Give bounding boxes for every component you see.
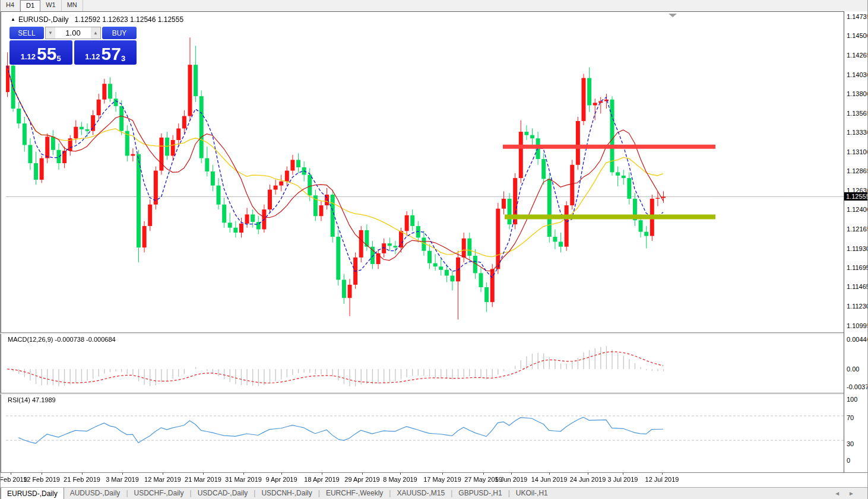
price-axis-label: 1.10995 [847,322,868,329]
date-tick [11,473,11,475]
ohlc-readout: 1.12592 1.12623 1.12546 1.12555 [75,15,184,24]
date-tick [549,473,550,475]
sell-button[interactable]: SELL [9,27,44,39]
macd-label: MACD(12,26,9) -0.000738 -0.000684 [8,336,116,343]
indicator-axis-label: 0.004465 [847,336,868,343]
chart-tab-usdcad-daily[interactable]: USDCAD-,Daily [192,488,254,499]
chart-tab-usdchf-daily[interactable]: USDCHF-,Daily [128,488,190,499]
chart-title: ▲EURUSD-,Daily1.12592 1.12623 1.12546 1.… [11,15,183,24]
date-axis-label: 9 Apr 2019 [265,476,297,483]
rsi-label: RSI(14) 47.1989 [8,396,56,403]
date-tick [442,473,443,475]
date-axis-label: 5 Jun 2019 [495,476,527,483]
price-axis-label: 1.13800 [847,90,868,97]
date-axis-label: 12 Jul 2019 [645,476,679,483]
macd-pane[interactable]: MACD(12,26,9) -0.000738 -0.000684 [1,334,844,393]
tab-scroll-arrows[interactable]: ◄► [834,490,863,497]
price-axis-label: 1.12865 [847,167,868,174]
buy-price-sup: 3 [121,55,125,63]
date-tick [42,473,42,475]
chart-tab-xauusd-m15[interactable]: XAUUSD-,M15 [391,488,451,499]
price-axis-label: 1.14030 [847,71,868,78]
date-tick [281,473,282,475]
tab-scroll-left-icon[interactable]: ◄ [834,490,848,497]
date-tick [400,473,401,475]
price-axis-label: 1.11230 [847,303,868,310]
rsi-canvas [6,395,844,472]
timeframe-button-d1[interactable]: D1 [20,0,40,11]
chart-tab-usdcnh-daily[interactable]: USDCNH-,Daily [255,488,318,499]
rsi-pane[interactable]: RSI(14) 47.1989 [1,395,844,472]
price-axis-label: 1.14265 [847,52,868,59]
date-axis-label: 18 Apr 2019 [304,476,339,483]
date-axis[interactable]: 3 Feb 201912 Feb 201921 Feb 20193 Mar 20… [1,472,868,488]
date-axis-label: 29 Apr 2019 [344,476,379,483]
date-tick [588,473,588,475]
date-tick [623,473,623,475]
one-click-trading-widget: SELL ▼ 1.00 ▲ BUY 1.12555 1.12573 [9,27,137,65]
chart-tab-eurusd-daily[interactable]: EURUSD-,Daily [1,488,64,499]
price-axis[interactable]: 1.147351.145001.142651.140301.138001.135… [844,11,868,472]
timeframe-toolbar: H4D1W1MN [1,0,868,12]
timeframe-button-h4[interactable]: H4 [1,0,20,11]
price-axis-label: 1.11465 [847,283,868,290]
indicator-axis-label: 70 [847,414,854,421]
indicator-axis-label: 0 [847,457,850,464]
date-tick [662,473,663,475]
price-axis-label: 1.12400 [847,206,868,213]
buy-button[interactable]: BUY [102,27,137,39]
chart-tab-bar: EURUSD-,DailyAUDUSD-,Daily|USDCHF-,Daily… [1,487,868,499]
indicator-axis-label: 0.00 [847,365,859,373]
chart-tab-audusd-daily[interactable]: AUDUSD-,Daily [64,488,126,499]
date-axis-label: 3 Jul 2019 [608,476,638,483]
date-tick [203,473,204,475]
indicator-axis-label: 100 [847,396,857,403]
date-axis-label: 21 Feb 2019 [64,476,100,483]
buy-price-big: 57 [102,45,121,63]
sell-price-box[interactable]: 1.12555 [9,40,72,65]
volume-spinner: ▼ 1.00 ▲ [45,27,101,39]
collapse-one-click-icon[interactable]: ▲ [11,17,15,22]
timeframe-button-mn[interactable]: MN [62,0,83,11]
macd-canvas [6,334,844,393]
date-tick [243,473,244,475]
date-axis-label: 21 Mar 2019 [185,476,221,483]
price-axis-label: 1.13330 [847,129,868,136]
price-axis-label: 1.14735 [847,13,868,20]
date-axis-label: 17 May 2019 [423,476,461,483]
price-axis-label: 1.12165 [847,225,868,233]
volume-input[interactable]: 1.00 [55,27,91,39]
date-tick [322,473,322,475]
sell-price-big: 55 [37,45,56,63]
sell-price-prefix: 1.12 [21,51,36,63]
current-price-tag: 1.12555 [844,192,868,201]
indicator-axis-label: 30 [847,440,854,447]
date-axis-label: 31 Mar 2019 [225,476,262,483]
volume-decrease-icon[interactable]: ▼ [46,27,55,39]
symbol-period-label: EURUSD-,Daily [18,15,69,24]
date-axis-label: 14 Jun 2019 [531,476,568,483]
date-axis-label: 12 Feb 2019 [23,476,60,483]
price-axis-label: 1.11695 [847,264,868,271]
price-axis-label: 1.13565 [847,110,868,117]
price-axis-label: 1.14500 [847,32,868,39]
chart-tab-ukoil-h1[interactable]: UKOil-,H1 [510,488,554,499]
volume-increase-icon[interactable]: ▲ [91,27,100,39]
price-axis-label: 1.13100 [847,148,868,155]
date-tick [163,473,163,475]
price-axis-label: 1.11930 [847,245,868,252]
indicator-axis-label: -0.003715 [847,383,868,390]
chart-tab-eurchf-weekly[interactable]: EURCHF-,Weekly [320,488,389,499]
chart-tab-gbpusd-h1[interactable]: GBPUSD-,H1 [452,488,508,499]
buy-price-box[interactable]: 1.12573 [74,40,137,65]
price-chart-pane[interactable]: ▲EURUSD-,Daily1.12592 1.12623 1.12546 1.… [1,11,844,332]
date-tick [82,473,83,475]
date-tick [362,473,363,475]
sell-price-sup: 5 [56,55,61,63]
date-tick [122,473,123,475]
date-axis-label: 8 May 2019 [383,476,417,483]
timeframe-button-w1[interactable]: W1 [40,0,62,11]
tab-scroll-right-icon[interactable]: ► [848,490,863,497]
date-tick [511,473,512,475]
date-axis-label: 12 Mar 2019 [144,476,181,483]
